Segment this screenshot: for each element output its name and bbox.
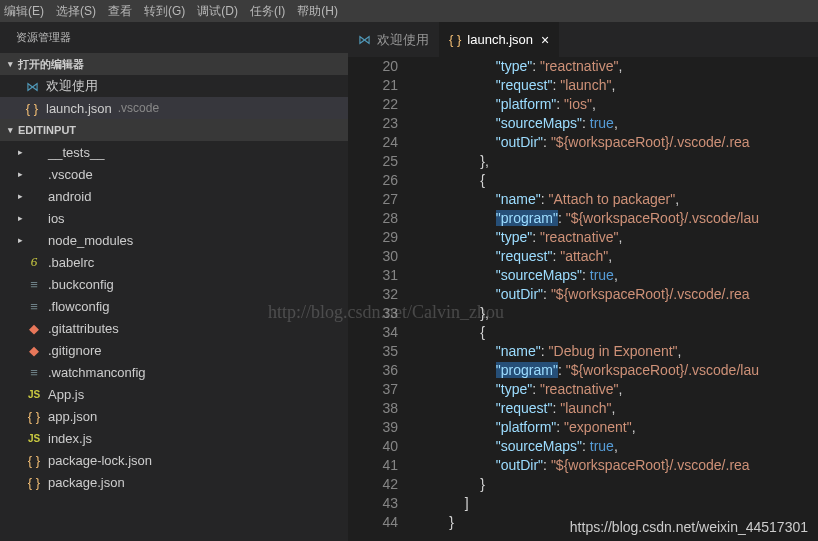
explorer-sidebar: 资源管理器 ▾ 打开的编辑器 ⋈欢迎使用{ }launch.json.vscod… [0,22,348,541]
line-number: 41 [348,456,398,475]
tree-file[interactable]: ≡.watchmanconfig [0,361,348,383]
git-icon: ◆ [26,343,42,358]
chevron-right-icon: ▸ [14,191,26,201]
line-number: 44 [348,513,398,532]
code-line[interactable]: "sourceMaps": true, [418,266,818,285]
editor-tab[interactable]: ⋈欢迎使用 [348,22,439,57]
code-line[interactable]: ] [418,494,818,513]
tree-item-label: .buckconfig [48,277,114,292]
chevron-right-icon: ▸ [14,147,26,157]
code-line[interactable]: "name": "Attach to packager", [418,190,818,209]
tree-folder[interactable]: ▸node_modules [0,229,348,251]
code-editor[interactable]: 2021222324252627282930313233343536373839… [348,57,818,541]
menu-item[interactable]: 编辑(E) [4,3,44,20]
code-line[interactable]: }, [418,152,818,171]
code-line[interactable]: "name": "Debug in Exponent", [418,342,818,361]
vscode-icon: ⋈ [358,32,371,47]
tree-item-label: .babelrc [48,255,94,270]
menu-item[interactable]: 调试(D) [197,3,238,20]
tree-folder[interactable]: ▸ios [0,207,348,229]
code-line[interactable]: "type": "reactnative", [418,380,818,399]
code-line[interactable]: "outDir": "${workspaceRoot}/.vscode/.rea [418,133,818,152]
line-number: 39 [348,418,398,437]
open-editors-header[interactable]: ▾ 打开的编辑器 [0,53,348,75]
line-number: 23 [348,114,398,133]
tree-item-label: package-lock.json [48,453,152,468]
tree-folder[interactable]: ▸.vscode [0,163,348,185]
json-icon: { } [26,409,42,424]
js-icon: JS [26,389,42,400]
tree-file[interactable]: ◆.gitignore [0,339,348,361]
open-editor-item[interactable]: ⋈欢迎使用 [0,75,348,97]
file-path-dim: .vscode [118,101,159,115]
code-line[interactable]: "type": "reactnative", [418,57,818,76]
code-line[interactable]: "platform": "ios", [418,95,818,114]
code-line[interactable]: "request": "launch", [418,399,818,418]
tree-file[interactable]: JSindex.js [0,427,348,449]
tree-file[interactable]: { }package.json [0,471,348,493]
line-number: 35 [348,342,398,361]
code-line[interactable]: "platform": "exponent", [418,418,818,437]
menu-item[interactable]: 帮助(H) [297,3,338,20]
line-number: 22 [348,95,398,114]
tree-file[interactable]: JSApp.js [0,383,348,405]
editor-tab[interactable]: { }launch.json× [439,22,559,57]
vscode-icon: ⋈ [24,79,40,94]
code-lines[interactable]: "type": "reactnative", "request": "launc… [418,57,818,541]
code-line[interactable]: "type": "reactnative", [418,228,818,247]
menubar[interactable]: 编辑(E)选择(S)查看转到(G)调试(D)任务(I)帮助(H) [0,0,818,22]
tree-file[interactable]: ◆.gitattributes [0,317,348,339]
code-line[interactable]: "request": "launch", [418,76,818,95]
line-number: 43 [348,494,398,513]
tree-folder[interactable]: ▸android [0,185,348,207]
tree-item-label: __tests__ [48,145,104,160]
open-editors-label: 打开的编辑器 [18,57,84,72]
tree-item-label: .flowconfig [48,299,109,314]
open-editors-list: ⋈欢迎使用{ }launch.json.vscode [0,75,348,119]
tree-file[interactable]: ≡.flowconfig [0,295,348,317]
chevron-right-icon: ▸ [14,169,26,179]
line-number: 37 [348,380,398,399]
menu-item[interactable]: 查看 [108,3,132,20]
code-line[interactable]: { [418,323,818,342]
tree-folder[interactable]: ▸__tests__ [0,141,348,163]
code-line[interactable]: { [418,171,818,190]
config-icon: ≡ [26,365,42,380]
line-number: 20 [348,57,398,76]
code-line[interactable]: "outDir": "${workspaceRoot}/.vscode/.rea [418,285,818,304]
js-icon: JS [26,433,42,444]
code-line[interactable]: }, [418,304,818,323]
open-editor-item[interactable]: { }launch.json.vscode [0,97,348,119]
tree-item-label: .watchmanconfig [48,365,146,380]
code-line[interactable]: "outDir": "${workspaceRoot}/.vscode/.rea [418,456,818,475]
line-number: 38 [348,399,398,418]
code-line[interactable]: "sourceMaps": true, [418,437,818,456]
menu-item[interactable]: 任务(I) [250,3,285,20]
tree-item-label: .gitignore [48,343,101,358]
line-number: 36 [348,361,398,380]
code-line[interactable]: "program": "${workspaceRoot}/.vscode/lau [418,361,818,380]
line-number: 42 [348,475,398,494]
tree-file[interactable]: { }app.json [0,405,348,427]
code-line[interactable]: "program": "${workspaceRoot}/.vscode/lau [418,209,818,228]
json-icon: { } [24,101,40,116]
line-number: 32 [348,285,398,304]
line-number: 30 [348,247,398,266]
project-header[interactable]: ▾ EDITINPUT [0,119,348,141]
close-icon[interactable]: × [541,32,549,48]
line-gutter: 2021222324252627282930313233343536373839… [348,57,418,541]
chevron-down-icon: ▾ [4,125,16,135]
file-tree: ▸__tests__▸.vscode▸android▸ios▸node_modu… [0,141,348,541]
code-line[interactable]: "sourceMaps": true, [418,114,818,133]
config-icon: ≡ [26,277,42,292]
line-number: 21 [348,76,398,95]
tab-label: launch.json [467,32,533,47]
tree-item-label: .vscode [48,167,93,182]
tree-file[interactable]: ≡.buckconfig [0,273,348,295]
code-line[interactable]: "request": "attach", [418,247,818,266]
code-line[interactable]: } [418,475,818,494]
tree-file[interactable]: { }package-lock.json [0,449,348,471]
tree-file[interactable]: 6.babelrc [0,251,348,273]
menu-item[interactable]: 转到(G) [144,3,185,20]
menu-item[interactable]: 选择(S) [56,3,96,20]
